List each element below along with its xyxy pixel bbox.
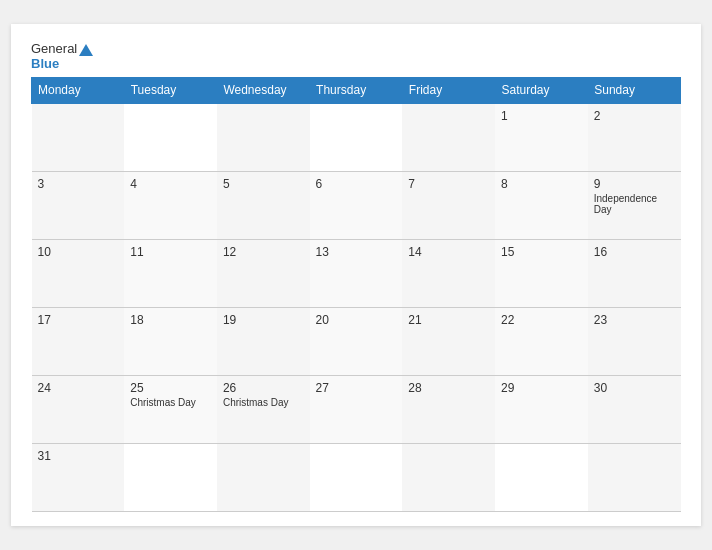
calendar-cell: 18 <box>124 307 217 375</box>
calendar-cell: 16 <box>588 239 681 307</box>
calendar-cell: 31 <box>32 443 125 511</box>
calendar-cell: 13 <box>310 239 403 307</box>
calendar-cell: 25Christmas Day <box>124 375 217 443</box>
calendar-grid: MondayTuesdayWednesdayThursdayFridaySatu… <box>31 77 681 512</box>
day-number: 14 <box>408 245 489 259</box>
day-number: 18 <box>130 313 211 327</box>
day-number: 21 <box>408 313 489 327</box>
calendar-cell <box>588 443 681 511</box>
calendar-week-1: 3456789Independence Day <box>32 171 681 239</box>
calendar-cell: 19 <box>217 307 310 375</box>
calendar-cell: 5 <box>217 171 310 239</box>
calendar-cell: 20 <box>310 307 403 375</box>
day-number: 12 <box>223 245 304 259</box>
calendar-cell: 3 <box>32 171 125 239</box>
calendar-week-3: 17181920212223 <box>32 307 681 375</box>
calendar-cell: 29 <box>495 375 588 443</box>
day-number: 28 <box>408 381 489 395</box>
calendar-header-row: MondayTuesdayWednesdayThursdayFridaySatu… <box>32 78 681 104</box>
calendar-cell <box>124 443 217 511</box>
calendar-cell: 1 <box>495 103 588 171</box>
col-header-saturday: Saturday <box>495 78 588 104</box>
day-number: 30 <box>594 381 675 395</box>
day-number: 16 <box>594 245 675 259</box>
calendar-cell: 8 <box>495 171 588 239</box>
day-number: 11 <box>130 245 211 259</box>
col-header-wednesday: Wednesday <box>217 78 310 104</box>
day-number: 4 <box>130 177 211 191</box>
calendar-cell: 30 <box>588 375 681 443</box>
day-number: 2 <box>594 109 675 123</box>
calendar-cell: 7 <box>402 171 495 239</box>
day-number: 22 <box>501 313 582 327</box>
day-number: 23 <box>594 313 675 327</box>
calendar-cell <box>217 443 310 511</box>
logo-triangle-icon <box>79 44 93 56</box>
calendar-cell: 2 <box>588 103 681 171</box>
calendar-cell: 22 <box>495 307 588 375</box>
calendar-week-0: 12 <box>32 103 681 171</box>
day-number: 10 <box>38 245 119 259</box>
calendar-cell: 17 <box>32 307 125 375</box>
holiday-label: Independence Day <box>594 193 675 215</box>
day-number: 29 <box>501 381 582 395</box>
calendar-week-2: 10111213141516 <box>32 239 681 307</box>
calendar-body: 123456789Independence Day101112131415161… <box>32 103 681 511</box>
calendar-cell <box>495 443 588 511</box>
calendar-cell <box>310 103 403 171</box>
col-header-sunday: Sunday <box>588 78 681 104</box>
day-number: 8 <box>501 177 582 191</box>
calendar-cell <box>124 103 217 171</box>
day-number: 24 <box>38 381 119 395</box>
day-number: 27 <box>316 381 397 395</box>
calendar-cell <box>310 443 403 511</box>
day-number: 6 <box>316 177 397 191</box>
calendar-cell <box>402 103 495 171</box>
day-number: 26 <box>223 381 304 395</box>
logo-blue-text: Blue <box>31 57 93 71</box>
calendar-cell: 9Independence Day <box>588 171 681 239</box>
calendar-cell: 6 <box>310 171 403 239</box>
calendar-cell: 24 <box>32 375 125 443</box>
calendar-cell: 4 <box>124 171 217 239</box>
col-header-thursday: Thursday <box>310 78 403 104</box>
day-number: 25 <box>130 381 211 395</box>
day-number: 17 <box>38 313 119 327</box>
calendar-cell: 10 <box>32 239 125 307</box>
col-header-tuesday: Tuesday <box>124 78 217 104</box>
day-number: 1 <box>501 109 582 123</box>
calendar-cell: 11 <box>124 239 217 307</box>
day-number: 9 <box>594 177 675 191</box>
holiday-label: Christmas Day <box>130 397 211 408</box>
day-number: 19 <box>223 313 304 327</box>
logo: General Blue <box>31 42 93 71</box>
col-header-friday: Friday <box>402 78 495 104</box>
calendar-header: General Blue <box>31 42 681 71</box>
day-number: 20 <box>316 313 397 327</box>
calendar-cell: 21 <box>402 307 495 375</box>
calendar-cell: 27 <box>310 375 403 443</box>
calendar-cell: 15 <box>495 239 588 307</box>
day-number: 3 <box>38 177 119 191</box>
day-number: 7 <box>408 177 489 191</box>
day-number: 31 <box>38 449 119 463</box>
calendar-week-5: 31 <box>32 443 681 511</box>
day-number: 15 <box>501 245 582 259</box>
calendar-cell <box>402 443 495 511</box>
day-number: 5 <box>223 177 304 191</box>
calendar-cell: 23 <box>588 307 681 375</box>
calendar-cell: 14 <box>402 239 495 307</box>
day-headers: MondayTuesdayWednesdayThursdayFridaySatu… <box>32 78 681 104</box>
calendar-cell: 28 <box>402 375 495 443</box>
col-header-monday: Monday <box>32 78 125 104</box>
calendar-cell: 26Christmas Day <box>217 375 310 443</box>
calendar-cell: 12 <box>217 239 310 307</box>
calendar-container: General Blue MondayTuesdayWednesdayThurs… <box>11 24 701 525</box>
day-number: 13 <box>316 245 397 259</box>
calendar-cell <box>32 103 125 171</box>
calendar-cell <box>217 103 310 171</box>
holiday-label: Christmas Day <box>223 397 304 408</box>
calendar-week-4: 2425Christmas Day26Christmas Day27282930 <box>32 375 681 443</box>
logo-general-text: General <box>31 42 93 56</box>
